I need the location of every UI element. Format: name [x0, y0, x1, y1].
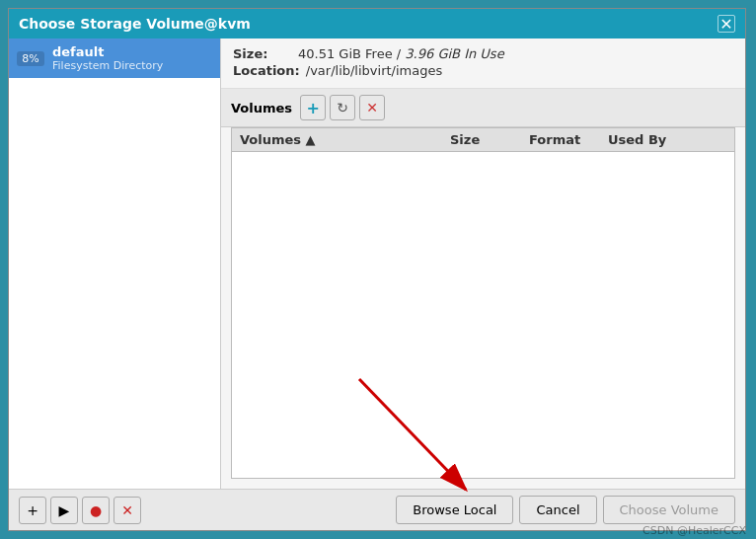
- dialog-title: Choose Storage Volume@kvm: [19, 16, 251, 32]
- refresh-button[interactable]: ↻: [330, 95, 355, 120]
- refresh-icon: ↻: [337, 100, 348, 116]
- info-section: Size: 40.51 GiB Free / 3.96 GiB In Use L…: [221, 38, 745, 89]
- item-sub: Filesystem Directory: [52, 59, 163, 72]
- item-name: default: [52, 44, 163, 59]
- size-label: Size:: [233, 46, 292, 61]
- record-icon: ●: [90, 502, 102, 518]
- delete-button[interactable]: ✕: [113, 497, 141, 524]
- watermark: CSDN @HealerCCX: [643, 524, 746, 537]
- volumes-label: Volumes: [231, 101, 292, 116]
- item-info: default Filesystem Directory: [52, 44, 163, 72]
- col-format: Format: [529, 132, 608, 147]
- col-volumes: Volumes ▲: [240, 132, 450, 147]
- left-panel: 8% default Filesystem Directory: [9, 38, 221, 489]
- action-buttons: Browse Local Cancel Choose Volume: [396, 496, 735, 524]
- choose-volume-button[interactable]: Choose Volume: [603, 496, 735, 524]
- volumes-toolbar: Volumes + ↻ ✕: [221, 89, 745, 127]
- storage-item-default[interactable]: 8% default Filesystem Directory: [9, 38, 220, 78]
- size-value: 40.51 GiB Free / 3.96 GiB In Use: [298, 46, 504, 61]
- bottom-left-buttons: + ▶ ● ✕: [19, 497, 141, 524]
- stop-button[interactable]: ✕: [359, 95, 385, 120]
- size-row: Size: 40.51 GiB Free / 3.96 GiB In Use: [233, 46, 733, 61]
- close-button[interactable]: ✕: [718, 15, 735, 33]
- table-body: [232, 152, 734, 448]
- cancel-button[interactable]: Cancel: [519, 496, 596, 524]
- percent-badge: 8%: [17, 51, 44, 66]
- dialog: Choose Storage Volume@kvm ✕ 8% default F…: [8, 8, 746, 531]
- add-volume-button[interactable]: +: [300, 95, 326, 120]
- delete-icon: ✕: [121, 502, 133, 518]
- volumes-table: Volumes ▲ Size Format Used By: [231, 127, 735, 479]
- col-size: Size: [450, 132, 529, 147]
- add-pool-icon: +: [27, 502, 38, 518]
- add-icon: +: [306, 99, 319, 117]
- play-button[interactable]: ▶: [50, 497, 78, 524]
- play-icon: ▶: [59, 502, 70, 518]
- titlebar: Choose Storage Volume@kvm ✕: [9, 9, 745, 38]
- col-used-by: Used By: [608, 132, 726, 147]
- bottom-toolbar: + ▶ ● ✕ Browse Local Cancel Choose Volum…: [9, 489, 745, 530]
- location-label: Location:: [233, 63, 300, 78]
- dialog-body: 8% default Filesystem Directory Size: 40…: [9, 38, 745, 489]
- add-pool-button[interactable]: +: [19, 497, 46, 524]
- location-value: /var/lib/libvirt/images: [306, 63, 443, 78]
- stop-icon: ✕: [366, 100, 378, 116]
- table-header: Volumes ▲ Size Format Used By: [232, 128, 734, 152]
- record-button[interactable]: ●: [82, 497, 110, 524]
- browse-local-button[interactable]: Browse Local: [396, 496, 513, 524]
- right-panel: Size: 40.51 GiB Free / 3.96 GiB In Use L…: [221, 38, 745, 489]
- location-row: Location: /var/lib/libvirt/images: [233, 63, 733, 78]
